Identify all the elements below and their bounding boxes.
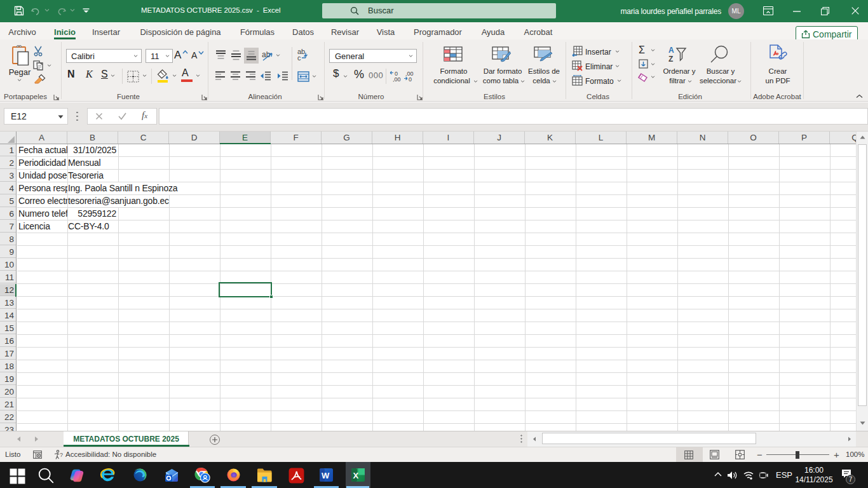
svg-text:,00: ,00 [393, 76, 401, 82]
svg-text:W: W [322, 471, 330, 480]
svg-text:0: 0 [409, 76, 412, 82]
svg-text:A: A [668, 46, 674, 55]
svg-text:?: ? [60, 452, 63, 458]
svg-text:c: c [297, 54, 301, 61]
svg-text:Z: Z [668, 55, 673, 64]
svg-text:X: X [353, 471, 359, 480]
